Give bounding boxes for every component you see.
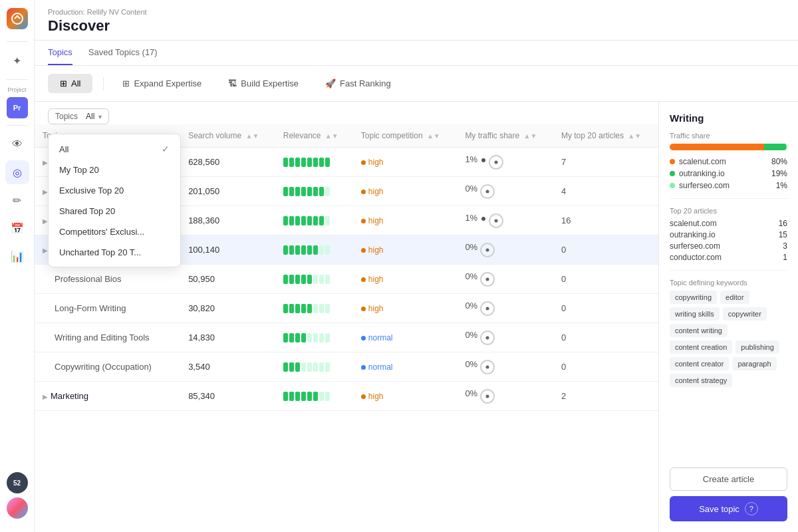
sidebar: ✦ Project Pr 👁 ◎ ✏ 📅 📊 52 (0, 0, 35, 532)
col-header-volume[interactable]: Search volume ▲▼ (180, 124, 275, 148)
app-logo[interactable] (7, 8, 28, 29)
keyword-tag[interactable]: publishing (735, 340, 779, 354)
keyword-tag[interactable]: copywriting (670, 291, 717, 304)
col-header-traffic[interactable]: My traffic share ▲▼ (457, 124, 553, 148)
table-row[interactable]: Writing and Editing Tools 14,830 normal … (35, 323, 658, 352)
help-icon: ? (745, 502, 758, 515)
traffic-cell: 0% (457, 382, 553, 411)
traffic-circle-btn[interactable] (480, 272, 495, 287)
sidebar-item-calendar[interactable]: 📅 (5, 216, 29, 240)
dropdown-item-all[interactable]: All ✓ (49, 138, 180, 160)
create-article-button[interactable]: Create article (670, 467, 787, 491)
table-row[interactable]: Long-Form Writing 30,820 high 0% 0 (35, 294, 658, 323)
save-topic-button[interactable]: Save topic ? (670, 496, 787, 521)
dropdown-item-my-top-20[interactable]: My Top 20 (49, 160, 180, 180)
sidebar-item-pen[interactable]: ✏ (5, 188, 29, 212)
expand-icon: ▶ (43, 247, 48, 254)
filter-dropdown: All ✓ My Top 20 Exclusive Top 20 Shared … (48, 134, 181, 267)
expand-icon: ▶ (43, 159, 48, 166)
sidebar-item-eye[interactable]: 👁 (5, 132, 29, 156)
traffic-circle-btn[interactable] (480, 360, 495, 374)
relevance-cell (275, 352, 353, 382)
traffic-circle-btn[interactable] (480, 389, 495, 404)
keyword-tag[interactable]: content creation (670, 340, 732, 354)
traffic-circle-btn[interactable] (489, 213, 503, 228)
table-row[interactable]: Copywriting (Occupation) 3,540 normal 0% (35, 352, 658, 382)
sidebar-item-sparkle[interactable]: ✦ (5, 49, 29, 72)
articles-cell: 0 (553, 235, 658, 265)
traffic-circle-btn[interactable] (489, 155, 503, 170)
sidebar-item-chart[interactable]: 📊 (5, 244, 29, 268)
sidebar-item-compass[interactable]: ◎ (5, 160, 29, 184)
user-avatar[interactable] (7, 497, 28, 519)
col-header-articles[interactable]: My top 20 articles ▲▼ (553, 124, 658, 148)
articles-cell: 0 (553, 265, 658, 294)
expand-icon: ▶ (43, 188, 48, 196)
traffic-bar-surfer (786, 144, 787, 150)
check-icon: ✓ (162, 144, 170, 154)
page-title: Discover (48, 17, 785, 35)
topic-cell: ▶Marketing (35, 382, 180, 411)
tab-saved-topics[interactable]: Saved Topics (17) (88, 41, 158, 65)
keyword-tag[interactable]: copywriter (723, 307, 767, 321)
articles-cell: 16 (553, 206, 658, 235)
sort-icon-relevance: ▲▼ (325, 132, 338, 140)
articles-cell: 4 (553, 177, 658, 206)
expand-icon: ⊞ (122, 78, 130, 88)
sidebar-divider-2 (7, 79, 28, 80)
traffic-circle-btn[interactable] (480, 184, 495, 199)
keyword-tag[interactable]: content creator (670, 357, 729, 370)
traffic-circle-btn[interactable] (480, 243, 495, 257)
table-row[interactable]: Professional Bios 50,950 high 0% 0 (35, 265, 658, 294)
legend-item-outranking: outranking.io 19% (670, 169, 787, 178)
article-item-scalenut: scalenut.com 16 (670, 219, 787, 228)
dropdown-item-exclusive-top-20[interactable]: Exclusive Top 20 (49, 180, 180, 201)
traffic-cell: 0% (457, 352, 553, 382)
notification-badge[interactable]: 52 (7, 472, 28, 493)
sidebar-project-label: Project (7, 86, 26, 93)
keywords-section: Topic defining keywords copywritingedito… (670, 279, 787, 387)
filter-all-button[interactable]: ⊞ All (48, 74, 92, 93)
col-header-competition[interactable]: Topic competition ▲▼ (353, 124, 458, 148)
sort-icon-volume: ▲▼ (246, 132, 259, 140)
competition-cell: high (353, 206, 458, 235)
chevron-down-icon: ▾ (98, 113, 102, 120)
sort-icon-articles: ▲▼ (628, 132, 641, 140)
sort-icon-traffic: ▲▼ (524, 132, 537, 140)
legend-item-surfer: surferseo.com 1% (670, 181, 787, 190)
volume-cell: 14,830 (180, 323, 275, 352)
filter-fast-button[interactable]: 🚀 Fast Ranking (317, 74, 399, 93)
traffic-cell: 1% (457, 206, 553, 235)
right-panel: Writing Traffic share scalenut.com 80% (658, 102, 798, 532)
volume-cell: 201,050 (180, 177, 275, 206)
filter-build-button[interactable]: 🏗 Build Expertise (220, 74, 307, 93)
articles-cell: 2 (553, 382, 658, 411)
traffic-bar-outranking (764, 144, 787, 150)
filter-tag[interactable]: Topics All ▾ (48, 108, 109, 124)
dropdown-item-uncharted[interactable]: Uncharted Top 20 T... (49, 242, 180, 263)
traffic-circle-btn[interactable] (480, 331, 495, 345)
keyword-tag[interactable]: content writing (670, 324, 728, 337)
table-area: Topics All ▾ All ✓ My Top 20 (35, 102, 658, 532)
top20-section: Top 20 articles scalenut.com 16 outranki… (670, 207, 787, 262)
keyword-tag[interactable]: writing skills (670, 307, 720, 321)
relevance-cell (275, 206, 353, 235)
traffic-circle-btn[interactable] (480, 301, 495, 316)
tab-topics[interactable]: Topics (48, 41, 72, 65)
traffic-share-section: Traffic share scalenut.com 80% outrankin… (670, 132, 787, 190)
keyword-tag[interactable]: content strategy (670, 374, 732, 387)
sidebar-project-icon[interactable]: Pr (7, 97, 28, 118)
filter-bar: ⊞ All ⊞ Expand Expertise 🏗 Build Experti… (35, 66, 798, 102)
keyword-tag[interactable]: editor (720, 291, 749, 304)
sort-icon-competition: ▲▼ (427, 132, 440, 140)
keywords-label: Topic defining keywords (670, 279, 787, 287)
legend-dot-scalenut (670, 159, 675, 164)
dropdown-item-competitors[interactable]: Competitors' Exclusi... (49, 221, 180, 242)
col-header-relevance[interactable]: Relevance ▲▼ (275, 124, 353, 148)
main-content: Production: Rellify NV Content Discover … (35, 0, 798, 532)
filter-expand-button[interactable]: ⊞ Expand Expertise (114, 74, 209, 93)
relevance-cell (275, 323, 353, 352)
dropdown-item-shared-top-20[interactable]: Shared Top 20 (49, 201, 180, 221)
keyword-tag[interactable]: paragraph (732, 357, 776, 370)
table-row[interactable]: ▶Marketing 85,340 high 0% 2 (35, 382, 658, 411)
